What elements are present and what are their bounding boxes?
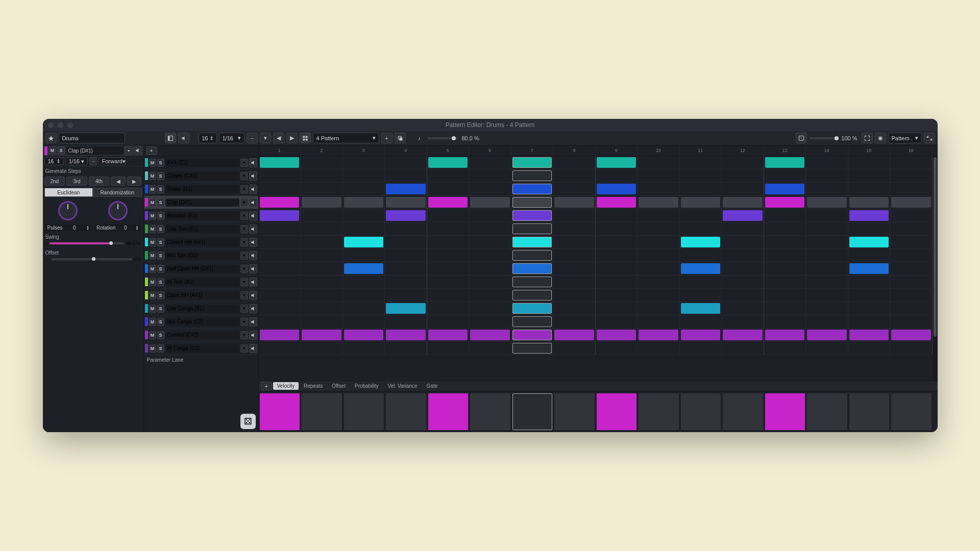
grid-cell[interactable] xyxy=(469,156,511,169)
step[interactable] xyxy=(597,157,636,168)
solo-button[interactable]: S xyxy=(157,265,164,273)
grid-cell[interactable] xyxy=(722,315,764,328)
minimize-icon[interactable] xyxy=(58,122,63,128)
grid-cell[interactable] xyxy=(259,342,301,355)
step[interactable] xyxy=(386,303,426,314)
velocity-cell[interactable] xyxy=(344,393,384,430)
duplicate-pattern-button[interactable] xyxy=(395,133,406,143)
step[interactable] xyxy=(260,197,300,208)
zoom-icon[interactable] xyxy=(67,122,73,128)
track-name[interactable]: Mid Conga (C2) xyxy=(165,318,239,326)
solo-button[interactable]: S xyxy=(157,252,164,260)
nudge-left-button[interactable]: ◀ xyxy=(273,133,284,143)
grid-cell[interactable] xyxy=(638,169,680,182)
grid-cell[interactable] xyxy=(469,262,511,275)
step[interactable] xyxy=(681,263,721,274)
velocity-bar[interactable] xyxy=(302,393,342,430)
mute-all-button[interactable] xyxy=(178,133,189,143)
track-menu[interactable]: ▾ xyxy=(240,172,248,180)
grid-cell[interactable] xyxy=(890,209,933,222)
grid-cell[interactable] xyxy=(343,249,385,262)
velocity-bar[interactable] xyxy=(597,393,637,430)
grid-cell[interactable] xyxy=(427,302,470,315)
mute-button[interactable]: M xyxy=(149,305,156,313)
direction-menu[interactable]: ▾ xyxy=(260,133,271,143)
grid-cell[interactable] xyxy=(722,342,764,355)
grid-cell[interactable] xyxy=(680,183,722,195)
grid-cell[interactable] xyxy=(638,302,680,315)
velocity-cell[interactable] xyxy=(386,393,426,430)
grid-cell[interactable] xyxy=(680,209,722,222)
grid-cell[interactable] xyxy=(553,222,596,235)
velocity-cell[interactable] xyxy=(723,393,763,430)
steps-input[interactable]: 16▲▼ xyxy=(199,133,217,143)
grid-cell[interactable] xyxy=(722,276,764,288)
solo-button[interactable]: S xyxy=(157,185,164,193)
grid-cell[interactable] xyxy=(469,222,511,235)
audition-button[interactable] xyxy=(249,317,257,327)
grid-cell[interactable] xyxy=(469,315,511,328)
ruler-tick[interactable]: 3 xyxy=(343,145,385,156)
grid-cell[interactable] xyxy=(722,196,764,209)
grid-cell[interactable] xyxy=(596,262,638,275)
step[interactable] xyxy=(891,330,931,340)
step[interactable] xyxy=(386,210,426,221)
velocity-bar[interactable] xyxy=(681,393,721,430)
step[interactable] xyxy=(849,263,889,274)
grid-cell[interactable] xyxy=(511,222,554,235)
track-menu[interactable]: ▾ xyxy=(240,305,248,313)
grid-cell[interactable] xyxy=(385,222,427,235)
step[interactable] xyxy=(554,197,594,208)
swing-track[interactable] xyxy=(50,242,125,244)
track-audition[interactable] xyxy=(134,146,142,155)
audition-button[interactable] xyxy=(249,185,257,194)
step-cursor[interactable] xyxy=(512,290,552,300)
grid-cell[interactable] xyxy=(553,209,596,222)
grid-cell[interactable] xyxy=(890,169,933,182)
grid-cell[interactable] xyxy=(427,262,470,275)
grid-cell[interactable] xyxy=(890,196,933,209)
track-row[interactable]: M S Cymbal (C#2) ▾ xyxy=(144,329,258,342)
solo-button[interactable]: S xyxy=(157,344,164,353)
velocity-cell[interactable] xyxy=(681,393,721,430)
pulses-field[interactable]: Pulses0▲▼ xyxy=(45,224,92,231)
ruler-tick[interactable]: 15 xyxy=(848,145,891,156)
grid-cell[interactable] xyxy=(427,236,470,248)
grid-cell[interactable] xyxy=(553,249,596,262)
grid-cell[interactable] xyxy=(301,209,343,222)
grid-cell[interactable] xyxy=(343,262,385,275)
velocity-cell[interactable] xyxy=(639,393,679,430)
track-name[interactable]: Closed HH (F#1) xyxy=(165,238,239,246)
step[interactable] xyxy=(639,197,678,208)
step[interactable] xyxy=(512,303,552,314)
grid-cell[interactable] xyxy=(638,276,680,288)
grid-cell[interactable] xyxy=(638,249,680,262)
step[interactable] xyxy=(681,303,721,314)
grid-cell[interactable] xyxy=(848,315,891,328)
step[interactable] xyxy=(765,197,805,208)
mute-button[interactable]: M xyxy=(149,185,156,193)
grid-cell[interactable] xyxy=(680,169,722,182)
grid-cell[interactable] xyxy=(511,209,554,222)
velocity-cell[interactable] xyxy=(807,393,847,430)
grid-cell[interactable] xyxy=(427,196,470,209)
grid-cell[interactable] xyxy=(848,169,891,182)
param-tab[interactable]: Vel. Variance xyxy=(383,382,421,390)
track-name[interactable]: Open HH (A#1) xyxy=(165,291,239,299)
grid-cell[interactable] xyxy=(469,329,511,341)
grid-cell[interactable] xyxy=(722,302,764,315)
grid-cell[interactable] xyxy=(596,222,638,235)
grid-cell[interactable] xyxy=(259,196,301,209)
step[interactable] xyxy=(260,210,300,221)
grid-cell[interactable] xyxy=(680,262,722,275)
mute-button[interactable]: M xyxy=(149,225,156,233)
dice-button[interactable] xyxy=(796,133,807,143)
grid-cell[interactable] xyxy=(427,276,470,288)
grid-cell[interactable] xyxy=(722,222,764,235)
step[interactable] xyxy=(512,263,552,274)
grid-cell[interactable] xyxy=(553,196,596,209)
grid-cell[interactable] xyxy=(553,262,596,275)
audition-button[interactable] xyxy=(249,344,257,353)
audition-button[interactable] xyxy=(249,224,257,234)
grid-cell[interactable] xyxy=(301,302,343,315)
